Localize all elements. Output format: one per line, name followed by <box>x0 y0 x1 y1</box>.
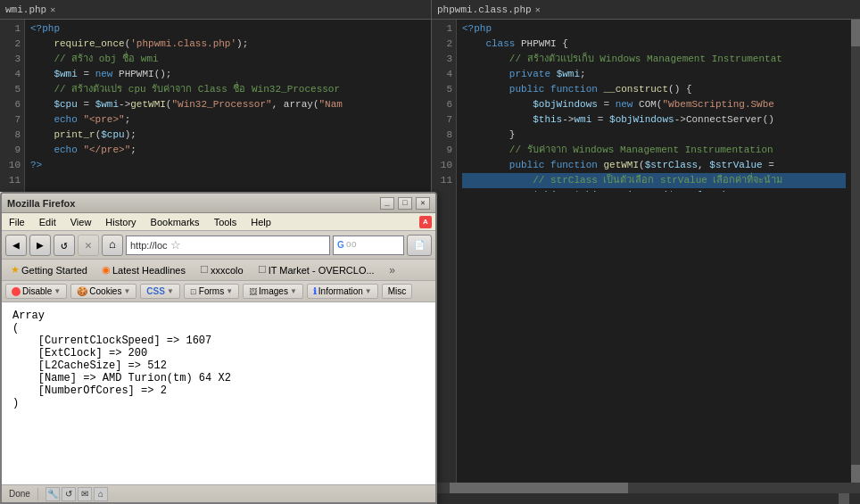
array-title: Array <box>12 310 425 322</box>
stop-button[interactable]: ✕ <box>78 235 99 256</box>
menu-history[interactable]: History <box>102 217 139 227</box>
addon-cookies[interactable]: 🍪 Cookies ▼ <box>70 284 136 299</box>
addon-misc[interactable]: Misc <box>382 284 413 299</box>
menu-file[interactable]: File <box>5 217 29 227</box>
bookmark-lh-label: Latest Headlines <box>112 265 186 276</box>
home-button[interactable]: ⌂ <box>102 235 123 256</box>
menu-edit[interactable]: Edit <box>36 217 60 227</box>
cookies-arrow: ▼ <box>123 287 130 295</box>
addon-information[interactable]: ℹ Information ▼ <box>307 284 378 299</box>
array-item-5: [NumberOfCores] => 2 <box>12 384 425 397</box>
images-arrow: ▼ <box>290 287 297 295</box>
array-item-4: [Name] => AMD Turion(tm) 64 X2 <box>12 372 425 384</box>
bookmark-xxx-label: xxxcolo <box>211 265 244 276</box>
right-hscrollbar[interactable] <box>432 483 860 493</box>
bookmark-getting-started[interactable]: ★ Getting Started <box>5 262 93 277</box>
bookmark-gs-label: Getting Started <box>21 265 87 276</box>
cookies-icon: 🍪 <box>77 286 87 296</box>
array-item-2: [ExtClock] => 200 <box>12 347 425 359</box>
menu-bookmarks[interactable]: Bookmarks <box>147 217 203 227</box>
refresh-button[interactable]: ↺ <box>54 235 75 256</box>
right-editor-tab[interactable]: phpwmi.class.php ✕ <box>432 0 860 20</box>
back-button[interactable]: ◀ <box>5 235 27 256</box>
status-icons: 🔧 ↺ ✉ ⌂ <box>45 487 108 501</box>
right-tab-close[interactable]: ✕ <box>535 4 541 15</box>
menu-tools[interactable]: Tools <box>211 217 241 227</box>
close-button[interactable]: ✕ <box>416 197 430 210</box>
disable-icon <box>12 287 21 296</box>
rss-icon: ◉ <box>102 264 111 276</box>
bookmark-itm-label: IT Market - OVERCLO... <box>269 265 375 276</box>
google-logo: G <box>337 240 344 250</box>
bookmark-star[interactable]: ☆ <box>168 235 184 255</box>
right-code-area[interactable]: <?php class PHPWMI { // สร้างตัวแปรเก็บ … <box>457 20 851 192</box>
status-icon-4[interactable]: ⌂ <box>94 487 108 501</box>
status-icon-1[interactable]: 🔧 <box>45 487 60 501</box>
array-item-1: [CurrentClockSpeed] => 1607 <box>12 335 425 347</box>
firefox-window: Mozilla Firefox _ □ ✕ File Edit View His… <box>0 192 437 504</box>
bookmarks-more[interactable]: » <box>384 261 401 279</box>
addon-icon[interactable]: A <box>419 216 432 228</box>
right-editor-content: 12345 678910 1112131415 1617181920 21222… <box>432 20 860 192</box>
forms-arrow: ▼ <box>226 287 233 295</box>
css-icon: CSS <box>146 286 165 296</box>
star-icon: ★ <box>11 264 20 276</box>
status-separator <box>37 488 38 500</box>
maximize-button[interactable]: □ <box>398 197 412 210</box>
right-vscrollbar-thumb <box>851 465 860 483</box>
right-editor: phpwmi.class.php ✕ 12345 678910 11121314… <box>432 0 860 192</box>
bookmark-itmarket[interactable]: ☐ IT Market - OVERCLO... <box>252 262 380 277</box>
right-scrollbar[interactable] <box>851 20 860 192</box>
left-editor: wmi.php ✕ 12345 67891011 <?php require_o… <box>0 0 432 192</box>
addon-disable-label: Disable <box>22 286 52 296</box>
resize-corner[interactable] <box>839 493 849 504</box>
right-bottom-code <box>457 192 860 483</box>
addon-information-label: Information <box>318 286 363 296</box>
right-vscrollbar[interactable] <box>851 192 860 483</box>
page-button[interactable]: 📄 <box>407 235 432 256</box>
editors-row: wmi.php ✕ 12345 67891011 <?php require_o… <box>0 0 860 192</box>
addon-css[interactable]: CSS ▼ <box>140 284 179 299</box>
right-tab-title: phpwmi.class.php <box>437 4 532 15</box>
right-hscrollbar-thumb <box>450 483 628 493</box>
firefox-content: Array ( [CurrentClockSpeed] => 1607 [Ext… <box>2 302 435 484</box>
right-line-numbers: 12345 678910 1112131415 1617181920 21222… <box>432 20 457 192</box>
array-item-3: [L2CacheSize] => 512 <box>12 359 425 372</box>
right-corner <box>432 493 860 504</box>
menu-help[interactable]: Help <box>247 217 275 227</box>
menu-view[interactable]: View <box>67 217 95 227</box>
page-icon-bm: ☐ <box>200 264 209 276</box>
forms-icon: ⊡ <box>190 287 197 296</box>
addon-disable[interactable]: Disable ▼ <box>5 284 67 299</box>
array-close: ) <box>12 397 425 409</box>
addon-bar: Disable ▼ 🍪 Cookies ▼ CSS ▼ ⊡ Forms ▼ 🖼 … <box>2 281 435 302</box>
address-bar[interactable]: http://loc ☆ <box>126 235 330 255</box>
firefox-titlebar: Mozilla Firefox _ □ ✕ <box>2 194 435 213</box>
left-code-area[interactable]: <?php require_once('phpwmi.class.php'); … <box>25 20 431 192</box>
status-text: Done <box>9 489 30 499</box>
bookmark-xxxcolo[interactable]: ☐ xxxcolo <box>194 262 249 277</box>
left-tab-close[interactable]: ✕ <box>50 4 55 15</box>
info-arrow: ▼ <box>365 287 372 295</box>
firefox-title: Mozilla Firefox <box>7 198 376 209</box>
search-text: oo <box>346 240 357 250</box>
left-tab-title: wmi.php <box>5 4 46 15</box>
images-icon: 🖼 <box>249 287 257 296</box>
bookmark-latest-headlines[interactable]: ◉ Latest Headlines <box>96 262 191 277</box>
info-icon: ℹ <box>313 286 317 296</box>
minimize-button[interactable]: _ <box>380 197 394 210</box>
addon-images[interactable]: 🖼 Images ▼ <box>243 284 303 299</box>
addon-forms[interactable]: ⊡ Forms ▼ <box>184 284 239 299</box>
array-open: ( <box>12 322 425 335</box>
address-text: http://loc <box>130 240 168 251</box>
left-editor-tab[interactable]: wmi.php ✕ <box>0 0 431 20</box>
firefox-toolbar: ◀ ▶ ↺ ✕ ⌂ http://loc ☆ G oo 📄 <box>2 231 435 260</box>
page-icon: 📄 <box>414 240 425 251</box>
right-bottom-editor <box>432 192 860 504</box>
addon-cookies-label: Cookies <box>89 286 121 296</box>
status-icon-3[interactable]: ✉ <box>78 487 92 501</box>
forward-button[interactable]: ▶ <box>29 235 51 256</box>
search-bar[interactable]: G oo <box>333 235 404 255</box>
scrollbar-thumb <box>851 20 860 46</box>
status-icon-2[interactable]: ↺ <box>62 487 76 501</box>
